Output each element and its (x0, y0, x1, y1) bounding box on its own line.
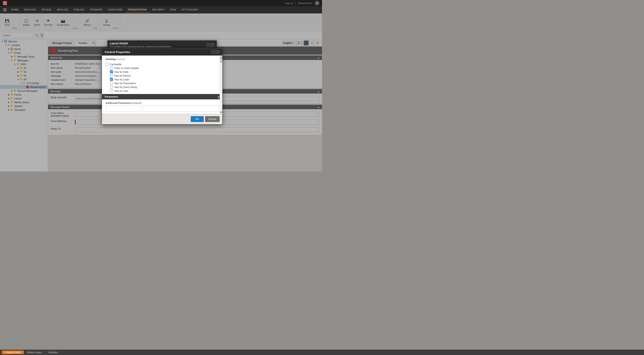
cacheable-label: Cacheable (110, 63, 122, 66)
caching-shared-badge: [shared]: (116, 58, 126, 61)
vary-by-login-checkbox[interactable] (110, 78, 113, 81)
layout-details-title: Layout Details (110, 42, 172, 45)
cancel-button[interactable]: Cancel (205, 116, 220, 122)
parameters-label: Parameters (105, 95, 118, 98)
cacheable-checkbox[interactable] (106, 63, 108, 66)
vary-by-user-checkbox[interactable] (110, 89, 113, 92)
vary-by-device-label: Vary by Device (114, 74, 130, 77)
ok-button[interactable]: OK (191, 116, 204, 122)
dialog-scrollbar-track[interactable]: ▲ ▼ (220, 56, 222, 114)
clear-on-index-checkbox[interactable] (110, 67, 113, 69)
parameters-section-content: Additional Parameters [shared]: (102, 99, 222, 114)
control-properties-dialog-controls: □ ✕ (212, 50, 220, 54)
caching-title: Caching [shared]: (106, 58, 219, 61)
additional-params-title: Additional Parameters [shared]: (106, 102, 219, 104)
control-properties-dialog: Control Properties □ ✕ Caching [shared]:… (102, 48, 222, 124)
parameters-section-header[interactable]: Parameters ▲ (102, 94, 222, 99)
additional-params-shared: [shared]: (132, 102, 142, 104)
vary-by-query-row: Vary by Query String (106, 85, 219, 89)
control-properties-maximize-button[interactable]: □ (212, 50, 215, 54)
control-properties-close-button[interactable]: ✕ (216, 50, 220, 54)
layout-details-subtitle: The details of the assigned layouts, con… (110, 46, 172, 48)
vary-by-user-label: Vary by User (114, 90, 128, 92)
vary-by-login-label: Vary by Login (114, 78, 129, 81)
cacheable-row: Cacheable (106, 62, 219, 66)
vary-by-login-row: Vary by Login (106, 78, 219, 81)
vary-by-data-label: Vary by Data (114, 71, 128, 73)
scroll-up-button[interactable]: ▲ (220, 56, 222, 58)
scroll-down-button[interactable]: ▼ (220, 111, 222, 113)
vary-by-device-row: Vary by Device (106, 74, 219, 78)
parameters-collapse-icon: ▲ (217, 95, 220, 98)
params-input-1[interactable] (106, 106, 141, 112)
params-input-2[interactable] (143, 106, 219, 112)
layout-details-close-button[interactable]: ✕ (211, 43, 214, 47)
control-properties-title: Control Properties (105, 50, 130, 54)
params-inputs-row (106, 106, 219, 112)
clear-on-index-row: Clear on Index Update (106, 66, 219, 70)
vary-by-parameters-label: Vary by Parameters (114, 82, 136, 85)
vary-by-device-checkbox[interactable] (110, 74, 113, 77)
control-properties-titlebar: Control Properties □ ✕ (102, 48, 222, 56)
layout-details-maximize-button[interactable]: □ (206, 43, 210, 47)
dialog-footer: OK Cancel (102, 114, 222, 124)
clear-on-index-label: Clear on Index Update (114, 67, 139, 69)
additional-params-label: Additional Parameters (106, 102, 132, 104)
vary-by-data-checkbox[interactable] (110, 70, 113, 73)
dialog-scrollable-area: Caching [shared]: Cacheable Clear on Ind… (102, 56, 222, 114)
vary-by-query-checkbox[interactable] (110, 86, 113, 88)
vary-by-query-label: Vary by Query String (114, 86, 137, 88)
layout-details-controls: □ ✕ (206, 43, 214, 47)
vary-by-user-row: Vary by User (106, 89, 219, 93)
vary-by-data-row: Vary by Data (106, 70, 219, 74)
layout-details-title-block: Layout Details The details of the assign… (110, 42, 172, 48)
vary-by-parameters-row: Vary by Parameters (106, 81, 219, 85)
control-properties-content: Caching [shared]: Cacheable Clear on Ind… (102, 56, 222, 124)
vary-by-parameters-checkbox[interactable] (110, 82, 113, 85)
caching-label: Caching (106, 58, 115, 61)
caching-section: Caching [shared]: Cacheable Clear on Ind… (102, 56, 222, 94)
